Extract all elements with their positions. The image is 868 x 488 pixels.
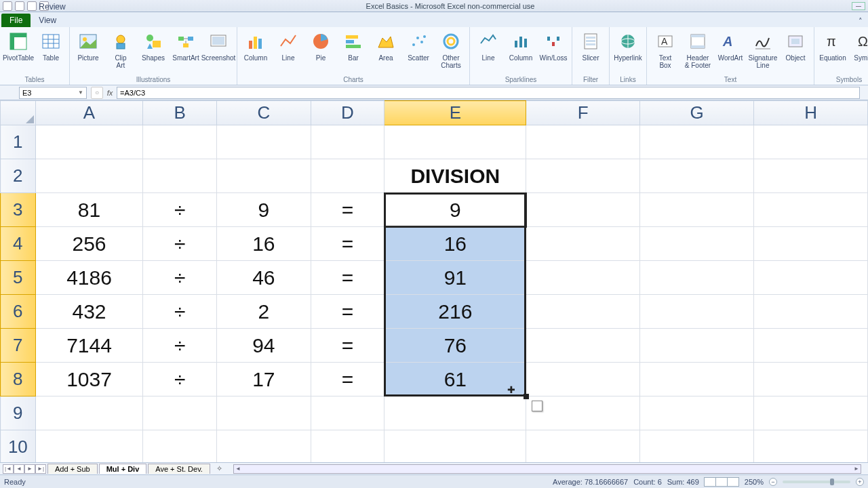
cell-G2[interactable] bbox=[640, 159, 754, 193]
ribbon-hyperlink-button[interactable]: Hyperlink bbox=[612, 28, 644, 62]
cell-A1[interactable] bbox=[35, 125, 143, 159]
cell-B3[interactable]: ÷ bbox=[143, 193, 217, 227]
cell-E9[interactable] bbox=[384, 396, 526, 430]
sheet-nav-next-icon[interactable]: ► bbox=[24, 464, 35, 474]
cell-A9[interactable] bbox=[35, 396, 143, 430]
select-all-corner[interactable] bbox=[1, 101, 36, 125]
cell-E6[interactable]: 216 bbox=[384, 295, 526, 329]
cell-G9[interactable] bbox=[640, 396, 754, 430]
file-tab[interactable]: File bbox=[1, 14, 31, 27]
cell-B10[interactable] bbox=[143, 430, 217, 463]
view-page-layout-icon[interactable] bbox=[715, 477, 728, 487]
cell-D6[interactable]: = bbox=[311, 295, 384, 329]
cell-F1[interactable] bbox=[526, 125, 640, 159]
ribbon-line-button[interactable]: Line bbox=[273, 28, 304, 62]
col-header-C[interactable]: C bbox=[217, 101, 311, 125]
col-header-F[interactable]: F bbox=[526, 101, 640, 125]
cell-A8[interactable]: 1037 bbox=[35, 363, 143, 396]
ribbon-signature-button[interactable]: SignatureLine bbox=[747, 28, 778, 69]
sheet-nav-last-icon[interactable]: ►| bbox=[35, 464, 46, 474]
ribbon-sparkline-button[interactable]: Line bbox=[473, 28, 504, 62]
cell-G6[interactable] bbox=[640, 295, 754, 329]
cell-D1[interactable] bbox=[311, 125, 384, 159]
new-sheet-icon[interactable]: ✧ bbox=[213, 464, 226, 473]
formula-cancel-icon[interactable]: ○ bbox=[91, 87, 103, 99]
cell-B9[interactable] bbox=[143, 396, 217, 430]
cell-D8[interactable]: = bbox=[311, 363, 384, 396]
col-header-G[interactable]: G bbox=[640, 101, 754, 125]
fx-icon[interactable]: fx bbox=[103, 89, 117, 97]
fill-handle[interactable] bbox=[524, 394, 529, 399]
cell-H7[interactable] bbox=[754, 329, 868, 363]
ribbon-textbox-button[interactable]: ATextBox bbox=[650, 28, 681, 69]
cell-E3[interactable]: 9 bbox=[384, 193, 526, 227]
cell-E8[interactable]: 61 bbox=[384, 363, 526, 396]
cell-H2[interactable] bbox=[754, 159, 868, 193]
cell-A2[interactable] bbox=[35, 159, 143, 193]
cell-H1[interactable] bbox=[754, 125, 868, 159]
cell-G8[interactable] bbox=[640, 363, 754, 396]
cell-C5[interactable]: 46 bbox=[217, 261, 311, 295]
ribbon-pivottable-button[interactable]: PivotTable bbox=[3, 28, 34, 62]
cell-C6[interactable]: 2 bbox=[217, 295, 311, 329]
row-header-7[interactable]: 7 bbox=[1, 329, 36, 363]
cell-F6[interactable] bbox=[526, 295, 640, 329]
cell-B4[interactable]: ÷ bbox=[143, 227, 217, 261]
view-normal-icon[interactable] bbox=[704, 477, 716, 487]
ribbon-other-button[interactable]: OtherCharts bbox=[435, 28, 467, 69]
cell-D3[interactable]: = bbox=[311, 193, 384, 227]
cell-E1[interactable] bbox=[384, 125, 526, 159]
view-page-break-icon[interactable] bbox=[727, 477, 739, 487]
cell-E7[interactable]: 76 bbox=[384, 329, 526, 363]
cell-F9[interactable] bbox=[526, 396, 640, 430]
name-box-dropdown-icon[interactable]: ▼ bbox=[78, 89, 83, 96]
cell-A6[interactable]: 432 bbox=[35, 295, 143, 329]
ribbon-headerfooter-button[interactable]: Header& Footer bbox=[682, 28, 713, 69]
zoom-in-button[interactable]: + bbox=[856, 478, 864, 486]
worksheet-grid[interactable]: ABCDEFGH12DIVISION381÷9=94256÷16=1654186… bbox=[0, 100, 868, 462]
cell-A4[interactable]: 256 bbox=[35, 227, 143, 261]
cell-B2[interactable] bbox=[143, 159, 217, 193]
sheet-nav-first-icon[interactable]: |◄ bbox=[3, 464, 14, 474]
sheet-tab-ave-st-dev-[interactable]: Ave + St. Dev. bbox=[148, 464, 210, 474]
row-header-4[interactable]: 4 bbox=[1, 227, 36, 261]
ribbon-equation-button[interactable]: πEquation bbox=[817, 28, 848, 62]
autofill-options-icon[interactable] bbox=[532, 401, 542, 411]
ribbon-bar-button[interactable]: Bar bbox=[338, 28, 369, 62]
horizontal-scrollbar[interactable] bbox=[233, 464, 861, 474]
qat-save-icon[interactable] bbox=[15, 1, 24, 11]
cell-G10[interactable] bbox=[640, 430, 754, 463]
row-header-8[interactable]: 8 bbox=[1, 363, 36, 396]
ribbon-screenshot-button[interactable]: Screenshot bbox=[203, 28, 234, 62]
sheet-tab-mul-div[interactable]: Mul + Div bbox=[99, 464, 147, 474]
col-header-H[interactable]: H bbox=[754, 101, 868, 125]
cell-C8[interactable]: 17 bbox=[217, 363, 311, 396]
cell-C2[interactable] bbox=[217, 159, 311, 193]
cell-C7[interactable]: 94 bbox=[217, 329, 311, 363]
cell-C9[interactable] bbox=[217, 396, 311, 430]
ribbon-pie-button[interactable]: Pie bbox=[305, 28, 336, 62]
col-header-E[interactable]: E bbox=[384, 101, 526, 125]
name-box[interactable]: E3 ▼ bbox=[19, 87, 87, 99]
cell-C3[interactable]: 9 bbox=[217, 193, 311, 227]
cell-B8[interactable]: ÷ bbox=[143, 363, 217, 396]
cell-E4[interactable]: 16 bbox=[384, 227, 526, 261]
cell-C4[interactable]: 16 bbox=[217, 227, 311, 261]
cell-D4[interactable]: = bbox=[311, 227, 384, 261]
col-header-B[interactable]: B bbox=[143, 101, 217, 125]
ribbon-winloss-button[interactable]: Win/Loss bbox=[538, 28, 569, 62]
cell-H5[interactable] bbox=[754, 261, 868, 295]
cell-A7[interactable]: 7144 bbox=[35, 329, 143, 363]
cell-B1[interactable] bbox=[143, 125, 217, 159]
zoom-slider[interactable] bbox=[783, 481, 850, 483]
col-header-D[interactable]: D bbox=[311, 101, 384, 125]
ribbon-collapse-icon[interactable]: ˄ bbox=[853, 16, 868, 27]
cell-E10[interactable] bbox=[384, 430, 526, 463]
cell-B5[interactable]: ÷ bbox=[143, 261, 217, 295]
ribbon-slicer-button[interactable]: Slicer bbox=[575, 28, 606, 62]
ribbon-object-button[interactable]: Object bbox=[780, 28, 811, 62]
cell-G5[interactable] bbox=[640, 261, 754, 295]
cell-A5[interactable]: 4186 bbox=[35, 261, 143, 295]
cell-A3[interactable]: 81 bbox=[35, 193, 143, 227]
cell-E5[interactable]: 91 bbox=[384, 261, 526, 295]
